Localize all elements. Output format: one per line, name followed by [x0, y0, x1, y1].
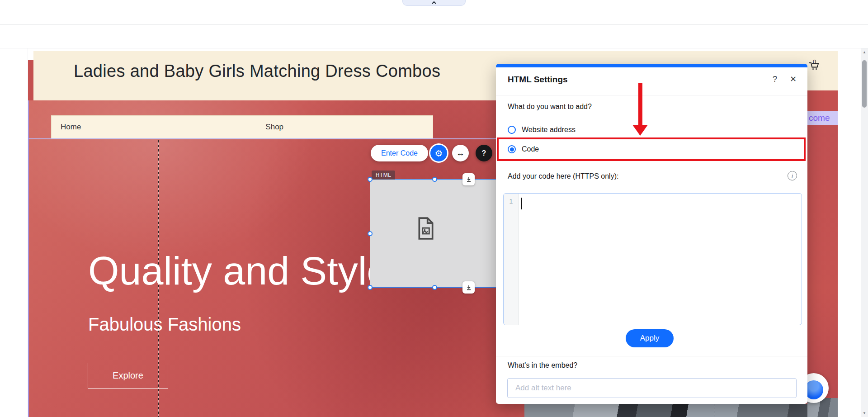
embed-question-label: What's in the embed? — [508, 361, 577, 370]
vertical-guide-line-2 — [714, 404, 714, 417]
nav-shop[interactable]: Shop — [265, 123, 283, 132]
site-nav-bar[interactable]: Home Shop — [51, 115, 433, 139]
code-editor[interactable]: 1 — [503, 193, 802, 325]
page-scrollbar[interactable]: ▲ ▼ — [861, 48, 868, 417]
resize-handle-bottom-left[interactable] — [368, 285, 373, 290]
resize-handle-top-left[interactable] — [368, 177, 373, 182]
html-settings-panel: HTML Settings ? ✕ What do you want to ad… — [496, 64, 807, 404]
stretch-icon — [466, 176, 472, 183]
editor-toolbar — [0, 25, 868, 48]
enter-code-button[interactable]: Enter Code — [371, 145, 428, 161]
stretch-handle-bottom[interactable] — [462, 281, 475, 294]
nav-welcome-fragment[interactable]: come — [807, 111, 838, 125]
scroll-up-icon[interactable]: ▲ — [861, 50, 868, 54]
hero-fragment — [807, 90, 838, 111]
line-number-gutter: 1 — [504, 194, 519, 325]
resize-handle-top-middle[interactable] — [432, 177, 437, 182]
panel-help-icon[interactable]: ? — [773, 75, 777, 84]
hero-fragment — [807, 125, 838, 398]
text-cursor — [521, 198, 522, 209]
horizontal-arrows-icon: ↔ — [456, 148, 465, 158]
element-help-button[interactable]: ? — [476, 145, 492, 161]
scroll-down-icon[interactable]: ▼ — [861, 411, 868, 415]
annotation-highlight-box — [497, 137, 806, 161]
code-input-label: Add your code here (HTTPS only): — [508, 172, 618, 180]
element-type-tag: HTML — [372, 171, 395, 180]
resize-handle-middle-left[interactable] — [368, 231, 373, 236]
stretch-handle-top[interactable] — [462, 173, 475, 185]
radio-website-address[interactable]: Website address — [508, 126, 576, 134]
canvas-right-strip: come 0 — [807, 48, 838, 417]
stretch-icon — [466, 284, 472, 291]
question-icon: ? — [482, 149, 486, 157]
apply-button[interactable]: Apply — [626, 329, 674, 347]
panel-title: HTML Settings — [508, 75, 568, 85]
chevron-up-icon — [431, 1, 437, 5]
annotation-arrow — [638, 83, 642, 126]
stretch-element-button[interactable]: ↔ — [452, 145, 469, 161]
radio-website-label: Website address — [522, 126, 576, 134]
annotation-arrow-head — [632, 125, 648, 136]
section-bleed — [28, 60, 33, 100]
info-icon[interactable]: i — [788, 171, 797, 180]
gear-icon: ⚙ — [435, 148, 443, 159]
explore-button[interactable]: Explore — [88, 363, 168, 389]
line-number: 1 — [509, 198, 513, 205]
settings-gear-button[interactable]: ⚙ — [430, 145, 447, 161]
collapse-toolbar-button[interactable] — [402, 0, 466, 6]
scrollbar-thumb[interactable] — [862, 60, 867, 108]
hero-subheading[interactable]: Fabulous Fashions — [88, 314, 241, 335]
welcome-fragment-text: come — [809, 113, 830, 123]
editor-sidebar — [0, 48, 28, 417]
divider — [496, 95, 807, 95]
section-boundary-line-left — [28, 100, 29, 417]
site-page-title[interactable]: Ladies and Baby Girls Matching Dress Com… — [74, 62, 440, 81]
section-boundary-line — [28, 138, 496, 139]
hero-heading[interactable]: Quality and Style — [88, 248, 389, 294]
wix-editor: WIX Site Settings Dev Mode Hire a Profes… — [0, 0, 868, 417]
embed-placeholder-icon — [416, 216, 436, 241]
cart-icon[interactable] — [809, 60, 821, 71]
alt-text-input[interactable] — [507, 378, 797, 398]
nav-home[interactable]: Home — [61, 123, 81, 132]
radio-circle-unselected[interactable] — [508, 126, 516, 134]
panel-close-icon[interactable]: ✕ — [790, 74, 797, 84]
panel-drag-bar[interactable] — [496, 64, 807, 67]
divider — [496, 356, 807, 356]
resize-handle-bottom-middle[interactable] — [432, 285, 437, 290]
add-type-question: What do you want to add? — [508, 103, 592, 111]
underlying-photo-strip — [524, 404, 838, 417]
